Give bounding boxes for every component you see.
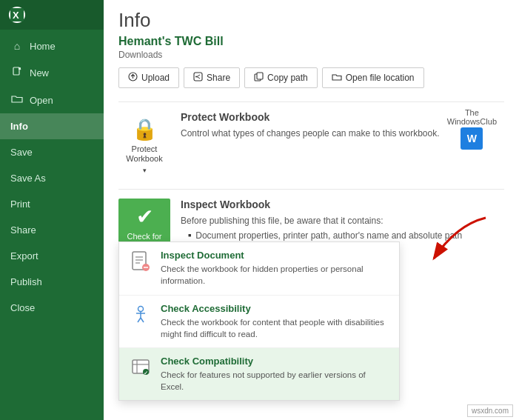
inspect-section-title: Inspect Workbook [181,199,504,210]
inspect-section: ✔ Check forIssues ▾ Inspect Workbook Bef… [118,189,504,276]
accessibility-icon [130,304,152,331]
main-header: Info Hemant's TWC Bill Downloads Upload … [104,0,519,101]
accessibility-body: Check Accessibility Check the workbook f… [161,303,389,340]
info-sections: 🔒 ProtectWorkbook ▾ Protect Workbook Con… [104,101,519,420]
sidebar-item-save[interactable]: Save [0,139,104,165]
open-file-location-button[interactable]: Open file location [322,67,424,88]
compatibility-desc: Check for features not supported by earl… [161,369,389,393]
home-icon: ⌂ [10,40,24,52]
svg-text:✓: ✓ [144,370,148,375]
bullet-item: Document properties, printer path, autho… [188,230,504,241]
watermark: The WindowsClub W [447,108,497,150]
svg-line-8 [197,75,200,77]
sidebar-item-save-as[interactable]: Save As [0,165,104,191]
upload-button[interactable]: Upload [118,67,179,88]
svg-line-22 [138,318,141,322]
sidebar-item-label: Print [10,199,30,210]
upload-icon [128,72,138,84]
watermark-line2: WindowsClub [447,117,497,126]
compatibility-icon: ✓ [130,357,152,384]
file-location: Downloads [118,50,504,60]
sidebar-item-label: Export [10,250,38,261]
lock-icon: 🔒 [132,117,158,141]
inspect-section-desc: Before publishing this file, be aware th… [181,214,504,227]
sidebar-item-share[interactable]: Share [0,217,104,243]
main-content: Info Hemant's TWC Bill Downloads Upload … [104,0,519,420]
sidebar: X ⌂ Home New Open Info Save Save As [0,0,104,420]
page-title: Info [118,9,504,32]
sidebar-item-open[interactable]: Open [0,87,104,113]
app-icon: X [9,7,25,23]
copy-path-icon [254,72,264,84]
sidebar-item-label: Close [10,302,35,313]
svg-text:X: X [13,10,19,21]
sidebar-item-home[interactable]: ⌂ Home [0,33,104,59]
sidebar-item-publish[interactable]: Publish [0,269,104,295]
checkmark-icon: ✔ [136,204,153,229]
sidebar-item-label: Home [30,41,56,52]
sidebar-item-close[interactable]: Close [0,295,104,321]
svg-rect-7 [194,73,202,81]
upload-label: Upload [141,73,170,83]
share-icon [193,72,203,84]
svg-line-9 [197,77,200,79]
svg-line-23 [141,318,144,322]
inspect-document-icon [130,251,152,278]
open-file-location-icon [332,73,342,84]
sidebar-item-export[interactable]: Export [0,243,104,269]
watermark-line1: The [465,108,479,117]
inspect-document-title: Inspect Document [161,250,389,261]
share-label: Share [207,73,230,83]
sidebar-item-label: Save As [10,173,46,184]
check-accessibility-item[interactable]: Check Accessibility Check the workbook f… [119,296,399,348]
compatibility-title: Check Compatibility [161,356,389,367]
sidebar-item-new[interactable]: New [0,59,104,87]
open-icon [10,94,24,106]
file-name: Hemant's TWC Bill [118,35,504,48]
sidebar-item-label: Share [10,224,36,236]
check-compatibility-item[interactable]: ✓ Check Compatibility Check for features… [119,348,399,400]
protect-chevron-icon: ▾ [143,167,147,174]
inspect-document-desc: Check the workbook for hidden properties… [161,263,389,287]
sidebar-item-label: Open [30,95,53,106]
svg-rect-4 [19,67,21,70]
watermark-logo: W [461,127,483,150]
open-file-location-label: Open file location [346,73,415,83]
copy-path-label: Copy path [267,73,308,83]
copy-path-button[interactable]: Copy path [244,67,318,88]
protect-workbook-button[interactable]: 🔒 ProtectWorkbook ▾ [118,111,170,180]
svg-point-10 [195,76,197,78]
protect-button-label: ProtectWorkbook [126,144,162,164]
protect-section: 🔒 ProtectWorkbook ▾ Protect Workbook Con… [118,101,504,189]
inspect-dropdown: Inspect Document Check the workbook for … [118,241,400,401]
accessibility-title: Check Accessibility [161,303,389,314]
svg-point-19 [138,306,144,311]
inspect-document-body: Inspect Document Check the workbook for … [161,250,389,287]
sidebar-item-label: Save [10,147,33,158]
sidebar-item-label: Publish [10,276,42,287]
inspect-document-item[interactable]: Inspect Document Check the workbook for … [119,242,399,295]
sidebar-header: X [0,0,104,30]
site-watermark: wsxdn.com [467,404,513,417]
share-button[interactable]: Share [184,67,240,88]
svg-rect-12 [257,73,263,79]
sidebar-nav: ⌂ Home New Open Info Save Save As Print [0,30,104,321]
action-buttons: Upload Share Copy path Open file locatio… [118,67,504,88]
compatibility-body: Check Compatibility Check for features n… [161,356,389,393]
sidebar-item-label: New [30,67,49,79]
sidebar-item-label: Info [10,121,28,132]
svg-rect-2 [13,67,19,75]
new-icon [10,67,24,79]
sidebar-item-info[interactable]: Info [0,113,104,139]
sidebar-item-print[interactable]: Print [0,191,104,217]
accessibility-desc: Check the workbook for content that peop… [161,316,389,340]
